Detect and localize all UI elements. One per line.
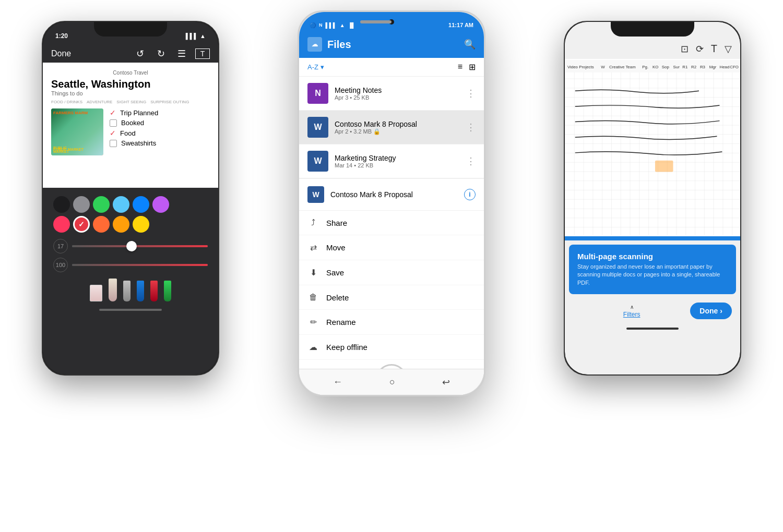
color-bright-yellow[interactable] [133,216,149,233]
svg-text:R1: R1 [682,65,687,69]
scan-banner: Multi-page scanning Stay organized and n… [569,245,736,294]
eraser-tool[interactable] [90,285,102,301]
action-move[interactable]: ⇄ Move [299,235,484,260]
left-notch [94,22,167,37]
wifi-icon: ▲ [200,33,206,39]
phone-left: 1:20 ▌▌▌ ▲ Done ↺ ↻ ☰ T Contoso Travel S… [42,21,219,376]
done-button-right[interactable]: Done › [690,303,732,319]
action-share[interactable]: ⤴ Share [299,211,484,235]
back-button[interactable]: ← [333,377,342,388]
file-meeting-notes[interactable]: N Meeting Notes Apr 3 • 25 KB ⋮ [299,77,484,111]
opacity-slider-row: 100 [47,256,214,274]
file-more-proposal[interactable]: ⋮ [466,122,476,133]
phone-center: 🔵 N ▌▌▌ ▲ ▐▌ 11:17 AM ☁ Files 🔍 A-Z ▾ [298,10,485,396]
crop-icon[interactable]: ⊡ [681,43,689,55]
info-button[interactable]: i [464,189,476,200]
file-marketing[interactable]: W Marketing Strategy Mar 14 • 22 KB ⋮ [299,144,484,178]
tools-row [47,274,214,306]
color-teal[interactable] [113,196,129,213]
right-bottom-indicator [626,328,679,330]
color-pink[interactable] [53,216,70,233]
format-icon[interactable]: ☰ [174,48,189,59]
blue-separator [565,236,740,240]
size-slider[interactable] [72,245,208,247]
filter-icon[interactable]: ▽ [725,43,732,55]
rotate-icon[interactable]: ⟳ [696,43,704,55]
grid-view-icon[interactable]: ⊞ [469,62,476,72]
check-icon-1: ✓ [110,108,116,117]
scan-title: Multi-page scanning [577,252,728,261]
file-more-meeting[interactable]: ⋮ [466,88,476,99]
note-subtitle: Things to do [51,90,210,96]
action-delete[interactable]: 🗑 Delete [299,285,484,310]
note-heading: Seattle, Washington [51,78,210,90]
svg-text:Head: Head [719,65,729,69]
text-icon[interactable]: T [195,49,210,59]
marker-red-tool[interactable] [150,281,158,301]
rename-label: Rename [326,318,356,327]
svg-text:Sop: Sop [662,65,670,69]
pencil-tool[interactable] [109,279,117,301]
color-yellow[interactable] [113,216,129,233]
checklist-label-1: Trip Planned [120,109,158,117]
wifi-status: ▲ [340,22,345,28]
color-purple[interactable] [152,196,169,213]
left-time: 1:20 [55,32,68,40]
phone-right: ⊡ ⟳ T ▽ Video Projects [564,21,741,376]
action-menu: W Contoso Mark 8 Proposal i ⤴ Share ⇄ Mo… [299,178,484,360]
center-nav-bar: ← ○ ↩ [299,369,484,395]
file-more-marketing[interactable]: ⋮ [466,155,476,167]
color-red-selected[interactable] [73,216,90,233]
file-proposal[interactable]: W Contoso Mark 8 Proposal Apr 2 • 3.2 MB… [299,111,484,144]
color-orange[interactable] [93,216,110,233]
drawing-area[interactable]: 17 100 [43,188,218,329]
action-menu-header: W Contoso Mark 8 Proposal i [299,179,484,211]
svg-text:CFO: CFO [730,65,739,69]
pen-tool[interactable] [123,281,130,301]
color-placeholder [172,196,189,213]
check-icon-4 [110,140,117,147]
undo-icon[interactable]: ↺ [133,48,147,59]
text-tool-icon[interactable]: T [711,43,717,55]
action-save[interactable]: ⬇ Save [299,260,484,285]
color-black[interactable] [53,196,70,213]
color-gray[interactable] [73,196,90,213]
color-green[interactable] [93,196,110,213]
signal-bars: ▌▌▌ [326,22,337,28]
save-icon: ⬇ [307,268,319,277]
svg-text:R2: R2 [691,65,696,69]
check-icon-2 [110,119,117,127]
opacity-slider[interactable] [72,264,208,266]
recent-button[interactable]: ↩ [442,377,450,388]
onedrive-icon: ☁ [307,37,322,52]
action-keep-offline[interactable]: ☁ Keep offline [299,335,484,360]
filters-area: ∧ Filters [573,304,690,318]
right-bottom-bar: ∧ Filters Done › [565,298,740,323]
list-view-icon[interactable]: ≡ [458,62,462,72]
checklist-item-2: Booked [110,119,210,127]
color-blue[interactable] [133,196,149,213]
checklist-label-4: Sweatshirts [121,139,156,147]
check-icon-3: ✓ [110,129,116,137]
svg-text:Pg.: Pg. [642,65,648,69]
note-content: Contoso Travel Seattle, Washington Thing… [43,63,218,188]
marker-blue-tool[interactable] [137,281,144,301]
file-meta-meeting: Apr 3 • 25 KB [335,94,460,101]
home-button[interactable]: ○ [389,377,395,388]
sort-label[interactable]: A-Z ▾ [307,63,324,71]
search-icon[interactable]: 🔍 [464,39,476,50]
delete-label: Delete [326,293,349,302]
word-icon-proposal: W [307,117,328,138]
nfc-icon: N [319,22,323,28]
done-button[interactable]: Done [51,49,71,58]
save-label: Save [326,268,344,277]
file-info-proposal: Contoso Mark 8 Proposal Apr 2 • 3.2 MB 🔒 [335,120,460,135]
filters-button[interactable]: Filters [573,311,690,318]
action-rename[interactable]: ✏ Rename [299,310,484,335]
size-slider-row: 17 [47,237,214,256]
marker-green-tool[interactable] [164,281,171,301]
file-info-meeting: Meeting Notes Apr 3 • 25 KB [335,86,460,101]
svg-text:W: W [601,65,605,69]
redo-icon[interactable]: ↻ [153,48,168,59]
word-icon-marketing: W [307,151,328,172]
